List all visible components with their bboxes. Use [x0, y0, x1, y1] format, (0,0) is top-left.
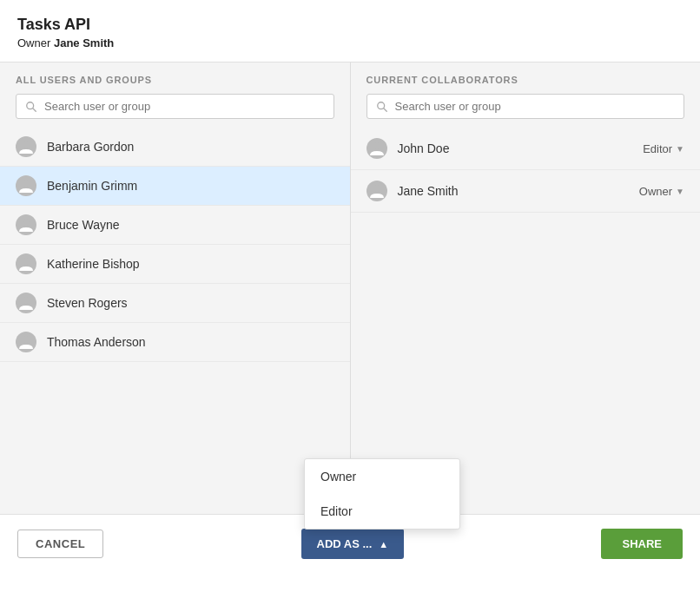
- share-button[interactable]: SHARE: [601, 529, 683, 559]
- chevron-down-icon: ▼: [676, 187, 684, 196]
- cancel-button[interactable]: CANCEL: [17, 530, 103, 558]
- svg-point-5: [23, 180, 30, 187]
- svg-point-17: [373, 142, 380, 149]
- user-avatar-icon: [16, 332, 36, 352]
- svg-point-13: [23, 336, 30, 343]
- add-as-button[interactable]: ADD AS ... ▲: [301, 529, 405, 559]
- svg-point-19: [373, 185, 380, 192]
- subtitle-label: Owner: [17, 36, 50, 49]
- svg-point-7: [23, 219, 30, 226]
- page-title: Tasks API: [17, 16, 683, 34]
- list-item[interactable]: Barbara Gordon: [0, 128, 350, 167]
- chevron-down-icon: ▼: [676, 144, 684, 154]
- user-name: Benjamin Grimm: [47, 179, 137, 193]
- left-search-input[interactable]: [44, 100, 325, 113]
- subtitle-owner: Jane Smith: [54, 36, 114, 49]
- role-dropdown: OwnerEditor: [304, 458, 460, 530]
- right-column-header: CURRENT COLLABORATORS: [351, 75, 701, 94]
- user-avatar-icon: [16, 136, 36, 157]
- chevron-up-icon: ▲: [379, 539, 388, 549]
- left-user-list: Barbara Gordon Benjamin Grimm Bruce Wayn…: [0, 128, 350, 514]
- user-name: Thomas Anderson: [47, 335, 146, 349]
- list-item[interactable]: Benjamin Grimm: [0, 167, 350, 206]
- svg-point-3: [23, 141, 30, 148]
- collaborator-item: John Doe Editor ▼: [351, 128, 701, 170]
- collab-role-selector[interactable]: Editor ▼: [643, 142, 684, 155]
- user-name: Katherine Bishop: [47, 257, 140, 271]
- list-item[interactable]: Thomas Anderson: [0, 323, 350, 362]
- user-avatar-icon: [16, 293, 36, 313]
- header: Tasks API Owner Jane Smith: [0, 0, 700, 62]
- user-avatar-icon: [16, 253, 36, 274]
- user-name: Bruce Wayne: [47, 218, 120, 232]
- right-search-box[interactable]: [367, 94, 685, 119]
- user-avatar-icon: [16, 214, 36, 235]
- collab-avatar-icon: [367, 138, 387, 159]
- svg-point-9: [23, 258, 30, 265]
- list-item[interactable]: Bruce Wayne: [0, 206, 350, 245]
- columns-container: ALL USERS AND GROUPS Barbara Gordon Benj…: [0, 62, 700, 514]
- user-name: Steven Rogers: [47, 296, 128, 310]
- collab-name: John Doe: [398, 141, 644, 155]
- dropdown-item[interactable]: Owner: [305, 459, 459, 494]
- left-column-header: ALL USERS AND GROUPS: [0, 75, 350, 94]
- user-name: Barbara Gordon: [47, 140, 134, 154]
- left-search-box[interactable]: [16, 94, 334, 119]
- search-icon: [376, 101, 388, 113]
- dropdown-item[interactable]: Editor: [305, 494, 459, 529]
- user-avatar-icon: [16, 175, 36, 196]
- collab-avatar-icon: [367, 181, 387, 201]
- add-as-label: ADD AS ...: [317, 537, 373, 550]
- right-search-input[interactable]: [395, 100, 676, 113]
- collab-role-selector[interactable]: Owner ▼: [639, 185, 684, 198]
- list-item[interactable]: Katherine Bishop: [0, 245, 350, 284]
- svg-line-1: [33, 108, 36, 111]
- search-icon: [25, 101, 37, 113]
- list-item[interactable]: Steven Rogers: [0, 284, 350, 323]
- svg-point-11: [23, 297, 30, 304]
- collaborators-list: John Doe Editor ▼ Jane Smith Owner ▼: [351, 128, 701, 514]
- header-subtitle: Owner Jane Smith: [17, 36, 683, 49]
- collaborator-item: Jane Smith Owner ▼: [351, 170, 701, 213]
- collab-name: Jane Smith: [398, 184, 639, 198]
- svg-line-15: [383, 108, 386, 111]
- left-panel: ALL USERS AND GROUPS Barbara Gordon Benj…: [0, 62, 351, 514]
- right-panel: CURRENT COLLABORATORS John Doe Editor ▼ …: [351, 62, 701, 514]
